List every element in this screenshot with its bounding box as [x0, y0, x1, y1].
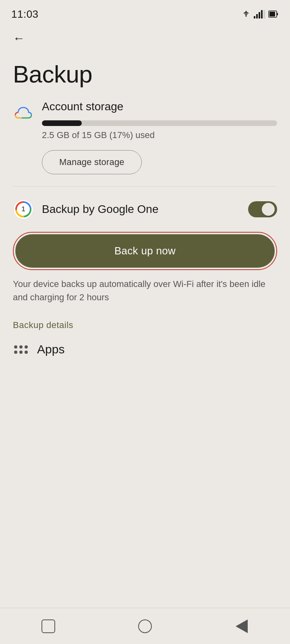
dot [19, 351, 23, 354]
status-time: 11:03 [11, 8, 39, 21]
backup-now-highlight-border: Back up now [13, 232, 277, 270]
svg-text:1: 1 [22, 206, 25, 213]
backup-now-wrapper: Back up now Your device backs up automat… [13, 232, 277, 304]
page-title: Backup [0, 48, 290, 100]
google-one-icon: 1 [13, 199, 34, 220]
backup-google-one-title: Backup by Google One [42, 202, 240, 217]
svg-rect-8 [277, 13, 278, 15]
manage-storage-button[interactable]: Manage storage [42, 150, 142, 174]
apps-list-item[interactable]: Apps [13, 339, 277, 360]
home-icon [138, 619, 152, 633]
cloud-icon [13, 102, 34, 123]
svg-rect-2 [254, 16, 255, 19]
wifi-diamond-icon [242, 10, 251, 19]
dot [19, 345, 23, 349]
apps-label: Apps [37, 343, 64, 356]
svg-rect-4 [259, 12, 260, 19]
storage-used-text: 2.5 GB of 15 GB (17%) used [42, 130, 277, 140]
dots-row-top [14, 345, 28, 349]
account-storage-section: Account storage 2.5 GB of 15 GB (17%) us… [13, 100, 277, 174]
storage-progress-bar [42, 120, 277, 126]
dot [25, 345, 28, 349]
backup-google-info: Backup by Google One [42, 202, 240, 217]
back-navigation[interactable]: ← [0, 24, 290, 48]
backup-details-header: Backup details [13, 320, 277, 330]
nav-home-button[interactable] [129, 614, 161, 638]
battery-icon [268, 10, 279, 19]
backup-google-one-section: 1 Backup by Google One [13, 199, 277, 220]
bottom-nav-bar [0, 608, 290, 644]
dot [14, 345, 17, 349]
storage-progress-fill [42, 120, 82, 126]
svg-rect-3 [256, 14, 258, 19]
back-arrow-icon[interactable]: ← [13, 32, 25, 44]
signal-icon [254, 10, 265, 19]
svg-rect-5 [261, 10, 263, 19]
svg-rect-9 [269, 12, 275, 17]
storage-info: Account storage 2.5 GB of 15 GB (17%) us… [42, 100, 277, 174]
auto-backup-description: Your device backs up automatically over … [13, 277, 277, 304]
dot [14, 351, 17, 354]
nav-back-button[interactable] [226, 614, 258, 638]
status-icons [242, 10, 279, 19]
main-content: Account storage 2.5 GB of 15 GB (17%) us… [0, 100, 290, 360]
back-icon [236, 619, 248, 633]
toggle-knob [262, 203, 275, 216]
nav-recent-apps-button[interactable] [32, 614, 64, 638]
svg-point-1 [246, 16, 247, 17]
apps-grid-icon [13, 345, 29, 354]
backup-toggle[interactable] [248, 201, 277, 217]
recent-apps-icon [41, 619, 55, 633]
account-storage-title: Account storage [42, 100, 277, 113]
section-divider-1 [13, 186, 277, 187]
dots-row-bottom [14, 351, 28, 354]
status-bar: 11:03 [0, 0, 290, 24]
backup-now-button[interactable]: Back up now [15, 234, 275, 268]
svg-rect-6 [263, 10, 265, 19]
dot [25, 351, 28, 354]
